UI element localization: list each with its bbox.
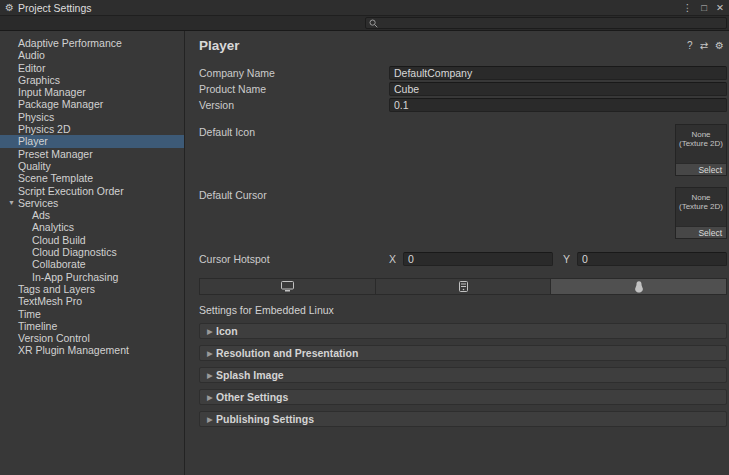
sidebar-item-label: Timeline bbox=[18, 320, 57, 332]
sidebar-item-analytics[interactable]: Analytics bbox=[0, 221, 184, 233]
search-icon bbox=[369, 19, 378, 28]
foldout-arrow-icon: ▶ bbox=[204, 393, 216, 402]
sidebar-item-label: TextMesh Pro bbox=[18, 295, 82, 307]
tab-embedded-linux[interactable] bbox=[551, 279, 726, 294]
sidebar-item-graphics[interactable]: Graphics bbox=[0, 74, 184, 86]
header-icons: ? ⇄ ⚙ bbox=[687, 40, 727, 51]
help-icon[interactable]: ? bbox=[687, 40, 693, 51]
dedicated-server-icon bbox=[458, 281, 469, 292]
sidebar-item-player[interactable]: Player bbox=[0, 135, 184, 147]
platform-tabs bbox=[199, 278, 727, 295]
window-title: Project Settings bbox=[18, 2, 92, 14]
sidebar-item-label: Cloud Diagnostics bbox=[32, 246, 117, 258]
sidebar-item-services[interactable]: ▼Services bbox=[0, 197, 184, 209]
section-label: Splash Image bbox=[216, 369, 284, 381]
sidebar-item-xr-plugin-management[interactable]: XR Plugin Management bbox=[0, 344, 184, 356]
property-row-product-name: Product Name bbox=[199, 81, 727, 97]
titlebar: ⚙ Project Settings ⋮ □ ✕ bbox=[0, 0, 729, 16]
version-label: Version bbox=[199, 99, 389, 111]
sidebar-item-label: Physics bbox=[18, 111, 54, 123]
settings-sections: ▶Icon▶Resolution and Presentation▶Splash… bbox=[199, 323, 727, 433]
sidebar-item-label: Scene Template bbox=[18, 172, 93, 184]
sidebar: Adaptive PerformanceAudioEditorGraphicsI… bbox=[0, 31, 185, 475]
property-row-company-name: Company Name bbox=[199, 65, 727, 81]
embedded-linux-penguin-icon bbox=[634, 281, 644, 293]
section-resolution-and-presentation[interactable]: ▶Resolution and Presentation bbox=[199, 345, 727, 361]
default-icon-value: None bbox=[676, 130, 726, 139]
hotspot-x-input[interactable] bbox=[403, 252, 553, 266]
sidebar-item-label: Quality bbox=[18, 160, 51, 172]
section-label: Other Settings bbox=[216, 391, 288, 403]
sidebar-item-physics[interactable]: Physics bbox=[0, 111, 184, 123]
close-icon[interactable]: ✕ bbox=[716, 1, 724, 15]
desktop-icon bbox=[281, 281, 294, 292]
sidebar-item-scene-template[interactable]: Scene Template bbox=[0, 172, 184, 184]
hotspot-x-label: X bbox=[389, 253, 403, 265]
sidebar-item-adaptive-performance[interactable]: Adaptive Performance bbox=[0, 37, 184, 49]
sidebar-item-cloud-build[interactable]: Cloud Build bbox=[0, 234, 184, 246]
sidebar-item-label: Cloud Build bbox=[32, 234, 86, 246]
section-splash-image[interactable]: ▶Splash Image bbox=[199, 367, 727, 383]
search-box[interactable] bbox=[365, 17, 727, 29]
section-publishing-settings[interactable]: ▶Publishing Settings bbox=[199, 411, 727, 427]
default-cursor-label: Default Cursor bbox=[199, 187, 389, 201]
version-input[interactable] bbox=[389, 98, 727, 112]
sidebar-item-label: Editor bbox=[18, 62, 45, 74]
maximize-icon[interactable]: □ bbox=[701, 1, 707, 15]
product-name-label: Product Name bbox=[199, 83, 389, 95]
company-name-input[interactable] bbox=[389, 66, 727, 80]
section-icon[interactable]: ▶Icon bbox=[199, 323, 727, 339]
sidebar-item-ads[interactable]: Ads bbox=[0, 209, 184, 221]
sidebar-item-physics-2d[interactable]: Physics 2D bbox=[0, 123, 184, 135]
default-icon-select-button[interactable]: Select bbox=[676, 163, 726, 175]
sidebar-item-label: Physics 2D bbox=[18, 123, 71, 135]
sidebar-item-quality[interactable]: Quality bbox=[0, 160, 184, 172]
foldout-arrow-icon[interactable]: ▼ bbox=[5, 197, 18, 209]
sidebar-item-collaborate[interactable]: Collaborate bbox=[0, 258, 184, 270]
default-cursor-value: None bbox=[676, 193, 726, 202]
window-controls: ⋮ □ ✕ bbox=[683, 1, 724, 15]
sidebar-item-cloud-diagnostics[interactable]: Cloud Diagnostics bbox=[0, 246, 184, 258]
sidebar-item-editor[interactable]: Editor bbox=[0, 62, 184, 74]
sidebar-item-label: Time bbox=[18, 308, 41, 320]
tab-desktop[interactable] bbox=[200, 279, 376, 294]
section-label: Publishing Settings bbox=[216, 413, 314, 425]
sidebar-item-input-manager[interactable]: Input Manager bbox=[0, 86, 184, 98]
sidebar-item-time[interactable]: Time bbox=[0, 308, 184, 320]
sidebar-item-label: Input Manager bbox=[18, 86, 86, 98]
default-cursor-select-button[interactable]: Select bbox=[676, 226, 726, 238]
sidebar-item-label: Player bbox=[18, 135, 48, 147]
sidebar-item-package-manager[interactable]: Package Manager bbox=[0, 98, 184, 110]
default-icon-label: Default Icon bbox=[199, 124, 389, 138]
sidebar-item-script-execution-order[interactable]: Script Execution Order bbox=[0, 185, 184, 197]
search-toolbar bbox=[0, 16, 729, 31]
sidebar-item-version-control[interactable]: Version Control bbox=[0, 332, 184, 344]
sidebar-item-textmesh-pro[interactable]: TextMesh Pro bbox=[0, 295, 184, 307]
sidebar-item-label: Tags and Layers bbox=[18, 283, 95, 295]
sidebar-item-audio[interactable]: Audio bbox=[0, 49, 184, 61]
settings-for-platform-header: Settings for Embedded Linux bbox=[199, 304, 727, 316]
sidebar-item-timeline[interactable]: Timeline bbox=[0, 320, 184, 332]
default-cursor-type: (Texture 2D) bbox=[676, 202, 726, 211]
sidebar-item-in-app-purchasing[interactable]: In-App Purchasing bbox=[0, 271, 184, 283]
window-menu-icon[interactable]: ⋮ bbox=[683, 1, 693, 15]
presets-icon[interactable]: ⇄ bbox=[700, 40, 708, 51]
default-cursor-object-field[interactable]: None (Texture 2D) Select bbox=[675, 187, 727, 239]
product-name-input[interactable] bbox=[389, 82, 727, 96]
main-header: Player ? ⇄ ⚙ bbox=[199, 38, 727, 53]
main-panel: Player ? ⇄ ⚙ Company NameProduct NameVer… bbox=[185, 31, 729, 475]
default-icon-object-field[interactable]: None (Texture 2D) Select bbox=[675, 124, 727, 176]
default-cursor-row: Default Cursor None (Texture 2D) Select bbox=[199, 187, 727, 239]
window-body: Adaptive PerformanceAudioEditorGraphicsI… bbox=[0, 31, 729, 475]
sidebar-item-tags-and-layers[interactable]: Tags and Layers bbox=[0, 283, 184, 295]
gear-icon[interactable]: ⚙ bbox=[715, 40, 724, 51]
section-other-settings[interactable]: ▶Other Settings bbox=[199, 389, 727, 405]
section-label: Icon bbox=[216, 325, 238, 337]
page-title: Player bbox=[199, 38, 240, 53]
hotspot-y-input[interactable] bbox=[577, 252, 727, 266]
sidebar-item-label: Preset Manager bbox=[18, 148, 93, 160]
sidebar-item-preset-manager[interactable]: Preset Manager bbox=[0, 148, 184, 160]
foldout-arrow-icon: ▶ bbox=[204, 415, 216, 424]
tab-dedicated-server[interactable] bbox=[376, 279, 552, 294]
search-input[interactable] bbox=[381, 18, 723, 29]
